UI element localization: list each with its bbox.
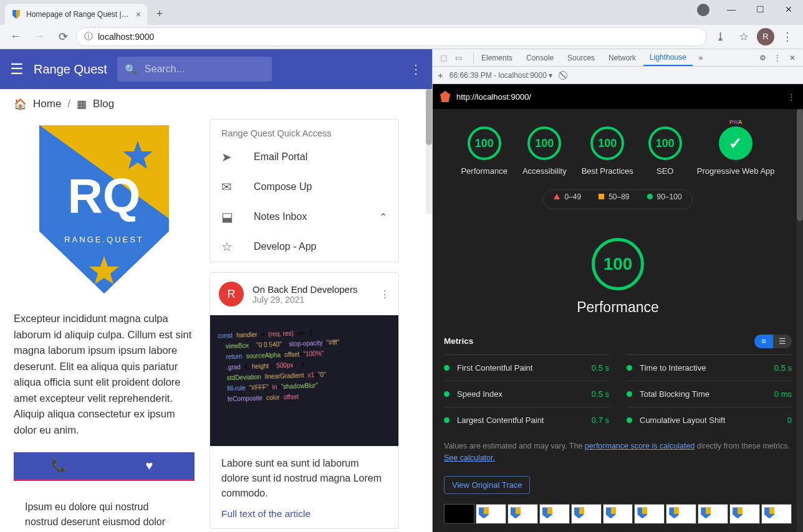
article-read-more-link[interactable]: Full text of the article <box>210 506 398 528</box>
film-frame[interactable] <box>603 504 633 524</box>
app-header: ☰ Range Quest 🔍 Search... ⋮ <box>0 49 432 89</box>
shield-logo: RQ RANGE.QUEST <box>32 119 176 300</box>
film-frame[interactable] <box>666 504 696 524</box>
metrics-note: Values are estimated and may vary. The p… <box>433 433 803 472</box>
phone-button[interactable]: 📞 <box>14 452 104 481</box>
drafts-icon: ✉ <box>221 179 236 194</box>
inspect-icon[interactable]: ⬚ <box>436 54 450 62</box>
metric-tbt[interactable]: Total Blocking Time0 ms <box>627 381 792 407</box>
film-frame[interactable] <box>729 504 760 524</box>
metric-cls[interactable]: Cumulative Layout Shift0 <box>627 407 792 433</box>
film-frame[interactable] <box>698 504 728 524</box>
qa-subitem-develop[interactable]: ☆ Develop - App <box>210 232 398 262</box>
qa-item-notes[interactable]: ⬓ Notes Inbox ⌃ <box>210 202 398 232</box>
app-menu-icon[interactable]: ⋮ <box>410 62 422 77</box>
article-menu-icon[interactable]: ⋮ <box>380 288 390 300</box>
address-bar[interactable]: ⓘ localhost:9000 <box>76 27 707 46</box>
report-scrollbar[interactable] <box>797 109 803 532</box>
app-scrollbar[interactable] <box>426 89 432 214</box>
article-avatar: R <box>219 282 244 306</box>
toggle-expanded-icon[interactable]: ≡ <box>754 335 773 348</box>
gauge-accessibility[interactable]: 100 Accessibility <box>522 126 567 177</box>
calculator-link[interactable]: See calculator. <box>444 454 495 462</box>
close-window-button[interactable]: ✕ <box>774 0 803 19</box>
back-button[interactable]: ← <box>5 26 26 47</box>
toggle-compact-icon[interactable]: ☰ <box>773 335 792 348</box>
performance-heading: Performance <box>577 299 659 316</box>
lighthouse-logo-icon <box>440 91 450 102</box>
more-tabs-icon[interactable]: » <box>694 54 708 62</box>
metric-fcp[interactable]: First Contentful Paint0.5 s <box>444 354 609 381</box>
article-title: On Back End Developers <box>252 284 357 295</box>
film-frame[interactable] <box>571 504 602 524</box>
metric-tti[interactable]: Time to Interactive0.5 s <box>627 354 792 381</box>
triangle-icon <box>554 194 560 199</box>
gear-icon[interactable]: ⚙ <box>756 54 769 62</box>
hamburger-icon[interactable]: ☰ <box>10 60 24 78</box>
tab-lighthouse[interactable]: Lighthouse <box>643 49 693 66</box>
install-icon[interactable]: ⤓ <box>709 26 731 47</box>
film-frame[interactable] <box>476 504 506 524</box>
performance-section: 100 Performance <box>433 227 803 330</box>
tab-network[interactable]: Network <box>602 49 642 66</box>
report-header: http://localhost:9000/ ⋮ <box>433 84 803 109</box>
star-outline-icon: ☆ <box>221 239 236 254</box>
maximize-button[interactable]: ☐ <box>746 0 774 19</box>
metric-lcp[interactable]: Largest Contentful Paint0.7 s <box>444 407 609 433</box>
devtools-tabstrip: ⬚ ▭ Elements Console Sources Network Lig… <box>433 49 803 67</box>
new-tab-button[interactable]: + <box>151 6 168 23</box>
lighthouse-toolbar: + 66:66:39 PM - localhost:9000 ▾ <box>433 67 803 84</box>
tab-elements[interactable]: Elements <box>475 49 519 66</box>
url-text: localhost:9000 <box>98 32 154 42</box>
favorite-button[interactable]: ♥ <box>104 452 195 479</box>
chevron-up-icon: ⌃ <box>379 211 387 223</box>
view-toggle[interactable]: ≡ ☰ <box>754 335 792 348</box>
clear-icon[interactable] <box>559 71 567 80</box>
new-report-button[interactable]: + <box>438 70 443 80</box>
gauge-seo[interactable]: 100 SEO <box>648 126 682 177</box>
breadcrumb: 🏠 Home / ▦ Blog <box>0 89 432 119</box>
profile-avatar[interactable]: R <box>757 28 774 45</box>
reload-button[interactable]: ⟳ <box>52 26 74 47</box>
browser-tab[interactable]: Homepage of Range Quest | Ran × <box>5 4 147 25</box>
tab-sources[interactable]: Sources <box>561 49 601 66</box>
pwa-badge-icon: PWA <box>729 119 743 125</box>
tab-console[interactable]: Console <box>520 49 560 66</box>
minimize-button[interactable]: — <box>717 0 746 19</box>
devtools-menu-icon[interactable]: ⋮ <box>771 54 784 62</box>
lighthouse-report: http://localhost:9000/ ⋮ 100 Performance… <box>433 84 803 532</box>
report-menu-icon[interactable]: ⋮ <box>787 92 796 102</box>
browser-menu-icon[interactable]: ⋮ <box>777 26 798 47</box>
device-toggle-icon[interactable]: ▭ <box>451 54 465 62</box>
breadcrumb-home[interactable]: Home <box>33 98 61 110</box>
tab-title: Homepage of Range Quest | Ran <box>26 10 131 19</box>
forward-button[interactable]: → <box>29 26 50 47</box>
gauge-best-practices[interactable]: 100 Best Practices <box>582 126 633 177</box>
report-selector[interactable]: 66:66:39 PM - localhost:9000 ▾ <box>450 71 552 80</box>
article-hero-image: const handler = (req, res) => { viewBox:… <box>210 315 398 446</box>
phone-icon: 📞 <box>51 458 67 473</box>
search-input[interactable]: 🔍 Search... <box>117 57 272 82</box>
film-frame[interactable] <box>634 504 665 524</box>
view-trace-button[interactable]: View Original Trace <box>444 476 530 494</box>
score-calc-link[interactable]: performance score is calculated <box>585 442 695 450</box>
film-frame[interactable] <box>761 504 792 524</box>
metric-si[interactable]: Speed Index0.5 s <box>444 381 609 407</box>
close-icon[interactable]: × <box>136 9 141 19</box>
qa-item-compose[interactable]: ✉ Compose Up <box>210 172 398 202</box>
qa-item-email[interactable]: ➤ Email Portal <box>210 142 398 172</box>
film-frame[interactable] <box>539 504 570 524</box>
gauge-pwa[interactable]: PWA Progressive Web App <box>697 126 775 177</box>
bookmark-icon[interactable]: ☆ <box>733 26 754 47</box>
score-legend: 0–49 50–89 90–100 <box>543 189 693 209</box>
devtools-close-icon[interactable]: ✕ <box>786 54 799 62</box>
tab-strip: Homepage of Range Quest | Ran × + — ☐ ✕ <box>0 0 803 25</box>
film-frame[interactable] <box>507 504 538 524</box>
shield-favicon-icon <box>11 9 21 19</box>
breadcrumb-blog[interactable]: Blog <box>93 98 114 110</box>
film-frame[interactable] <box>444 504 474 524</box>
inbox-icon: ⬓ <box>221 209 236 224</box>
gauge-performance[interactable]: 100 Performance <box>461 126 507 177</box>
home-icon: 🏠 <box>14 98 27 111</box>
app-viewport: ☰ Range Quest 🔍 Search... ⋮ 🏠 Home / ▦ B… <box>0 49 432 532</box>
